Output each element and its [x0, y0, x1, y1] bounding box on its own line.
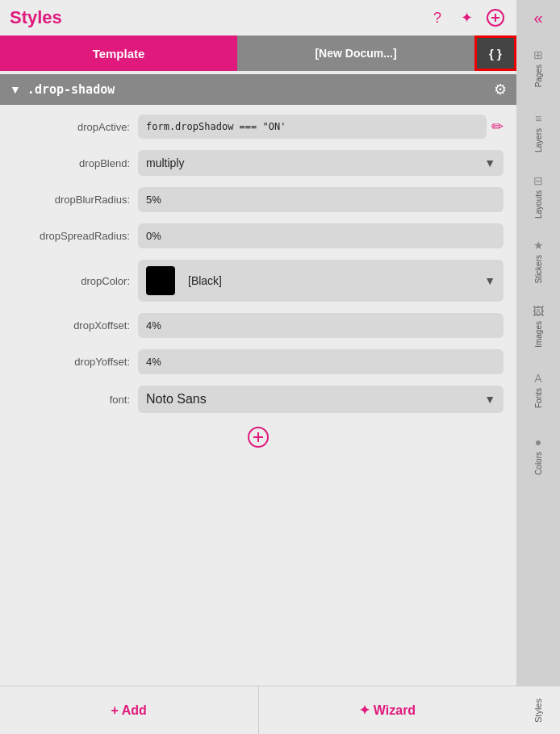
- wizard-icon[interactable]: ✦: [455, 6, 478, 29]
- layouts-icon: ⊟: [533, 174, 543, 187]
- add-property-row: [13, 424, 504, 450]
- add-button[interactable]: + Add: [0, 686, 258, 734]
- sidebar-label-pages: Pages: [534, 65, 543, 87]
- sidebar-label-layouts: Layouts: [534, 190, 543, 219]
- prop-label-dropBlurRadius: dropBlurRadius:: [13, 194, 138, 206]
- main-panel: Styles ? ✦ Template [New Docum...] { } ▼…: [0, 0, 516, 734]
- sidebar-label-images: Images: [534, 321, 543, 348]
- wizard-button[interactable]: ✦ Wizard: [258, 686, 517, 734]
- prop-label-dropXoffset: dropXoffset:: [13, 319, 138, 332]
- prop-value-font: Noto Sans: [146, 392, 207, 407]
- prop-row-dropActive: dropActive: form.dropShadow === "ON' ✏: [13, 115, 504, 139]
- prop-row-font: font: Noto Sans ▼: [13, 386, 504, 413]
- prop-value-dropBlurRadius[interactable]: 5%: [138, 187, 504, 212]
- sidebar-item-pages[interactable]: ⊞ Pages: [516, 35, 560, 100]
- add-icon[interactable]: [484, 6, 507, 29]
- sidebar-item-layouts[interactable]: ⊟ Layouts: [516, 165, 560, 229]
- sidebar-item-colors[interactable]: ● Colors: [516, 423, 560, 487]
- tabs-bar: Template [New Docum...] { }: [0, 35, 516, 71]
- pages-icon: ⊞: [533, 48, 543, 61]
- prop-label-dropBlend: dropBlend:: [13, 157, 138, 169]
- prop-row-dropXoffset: dropXoffset: 4%: [13, 313, 504, 338]
- dropdown-arrow-font: ▼: [484, 393, 495, 406]
- sidebar-item-fonts[interactable]: A Fonts: [516, 358, 560, 423]
- help-icon[interactable]: ?: [426, 6, 449, 29]
- collapse-sidebar-button[interactable]: «: [516, 0, 560, 35]
- prop-dropdown-font[interactable]: Noto Sans ▼: [138, 386, 504, 413]
- images-icon: 🖼: [533, 305, 544, 318]
- colors-icon: ●: [535, 436, 541, 448]
- prop-row-dropColor: dropColor: [Black] ▼: [13, 260, 504, 302]
- prop-row-dropBlend: dropBlend: multiply ▼: [13, 150, 504, 176]
- sidebar-label-layers: Layers: [534, 128, 543, 152]
- dropdown-arrow-dropColor: ▼: [484, 274, 495, 287]
- section-title: .drop-shadow: [27, 82, 494, 97]
- edit-icon-dropActive[interactable]: ✏: [491, 118, 504, 136]
- prop-label-dropActive: dropActive:: [13, 121, 138, 133]
- section-header: ▼ .drop-shadow ⚙: [0, 74, 516, 105]
- sidebar-item-stickers[interactable]: ★ Stickers: [516, 229, 560, 294]
- layers-icon: ≡: [535, 112, 541, 125]
- prop-dropdown-dropBlend[interactable]: multiply ▼: [138, 150, 504, 176]
- sidebar-label-fonts: Fonts: [534, 388, 543, 408]
- sidebar-items: ⊞ Pages ≡ Layers ⊟ Layouts ★ Stickers 🖼 …: [516, 35, 560, 686]
- prop-value-dropActive-container: form.dropShadow === "ON' ✏: [138, 115, 504, 139]
- fonts-icon: A: [534, 372, 541, 385]
- prop-row-dropYoffset: dropYoffset: 4%: [13, 349, 504, 374]
- bottom-bar: + Add ✦ Wizard: [0, 686, 516, 734]
- prop-value-dropYoffset[interactable]: 4%: [138, 349, 504, 374]
- tab-document[interactable]: [New Docum...]: [237, 35, 474, 71]
- panel-title: Styles: [10, 7, 426, 28]
- color-swatch-dropColor: [146, 266, 175, 295]
- prop-row-dropBlurRadius: dropBlurRadius: 5%: [13, 187, 504, 212]
- header-icons: ? ✦: [426, 6, 507, 29]
- prop-value-dropColor: [Black]: [188, 274, 222, 287]
- sidebar-label-styles: Styles: [533, 699, 543, 723]
- section-collapse-arrow[interactable]: ▼: [10, 83, 21, 96]
- dropdown-arrow-dropBlend: ▼: [484, 156, 495, 169]
- prop-label-dropSpreadRadius: dropSpreadRadius:: [13, 230, 138, 242]
- add-property-button[interactable]: [245, 424, 271, 450]
- sidebar-item-layers[interactable]: ≡ Layers: [516, 100, 560, 165]
- prop-dropdown-dropColor[interactable]: [Black] ▼: [138, 260, 504, 302]
- prop-value-dropActive[interactable]: form.dropShadow === "ON': [138, 115, 487, 139]
- header: Styles ? ✦: [0, 0, 516, 35]
- prop-value-dropBlend: multiply: [146, 156, 184, 169]
- sidebar-label-stickers: Stickers: [534, 255, 543, 284]
- sidebar-item-images[interactable]: 🖼 Images: [516, 294, 560, 358]
- prop-label-dropYoffset: dropYoffset:: [13, 356, 138, 368]
- properties-panel: dropActive: form.dropShadow === "ON' ✏ d…: [0, 105, 516, 686]
- prop-label-font: font:: [13, 394, 138, 406]
- prop-label-dropColor: dropColor:: [13, 275, 138, 287]
- settings-icon[interactable]: ⚙: [494, 81, 507, 98]
- right-sidebar: « ⊞ Pages ≡ Layers ⊟ Layouts ★ Stickers …: [516, 0, 560, 734]
- tab-template[interactable]: Template: [0, 35, 237, 71]
- stickers-icon: ★: [533, 239, 544, 252]
- prop-value-dropXoffset[interactable]: 4%: [138, 313, 504, 338]
- tab-code[interactable]: { }: [474, 35, 516, 71]
- sidebar-item-styles[interactable]: Styles: [516, 686, 560, 734]
- prop-row-dropSpreadRadius: dropSpreadRadius: 0%: [13, 223, 504, 248]
- sidebar-label-colors: Colors: [534, 452, 543, 475]
- prop-value-dropSpreadRadius[interactable]: 0%: [138, 223, 504, 248]
